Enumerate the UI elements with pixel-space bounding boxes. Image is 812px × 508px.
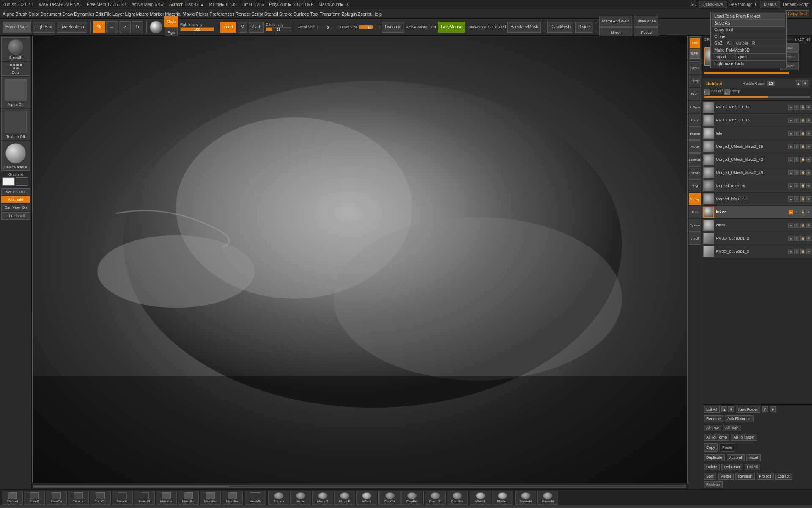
insert-btn[interactable]: Insert — [746, 454, 761, 461]
timeline-scrubber[interactable] — [33, 485, 686, 488]
m-button[interactable]: M — [238, 22, 247, 33]
dragon-render-viewport[interactable] — [32, 36, 688, 489]
dynamesh-button[interactable]: DynaMesh — [547, 22, 573, 33]
menu-draw[interactable]: Draw — [62, 11, 73, 17]
mesh-vis-icon-10[interactable]: ◎ — [794, 236, 799, 241]
project-btn[interactable]: Project — [757, 473, 774, 480]
mesh-eye-icon-8[interactable]: 👁 — [806, 210, 811, 215]
mesh-item-10[interactable]: PM3D_Cube3D1_2 ● ◎ 🔒 👁 — [702, 232, 812, 245]
mesh-lock-icon-5[interactable]: 🔒 — [800, 170, 805, 175]
list-up-btn[interactable]: ▲ — [721, 406, 727, 412]
menu-file[interactable]: File — [104, 11, 112, 17]
mesh-item-8[interactable]: krk27 ● ◎ 🔒 👁 — [702, 206, 812, 219]
mesh-vis-icon-9[interactable]: ◎ — [794, 223, 799, 228]
mesh-vis-icon-0[interactable]: ◎ — [794, 105, 799, 110]
draw-button[interactable]: ✎ — [93, 21, 105, 33]
mesh-select-icon-7[interactable]: ● — [788, 196, 793, 202]
draw-size-slider[interactable]: 64 — [359, 25, 380, 29]
copy-btn[interactable]: Copy — [704, 443, 718, 452]
menu-alpha[interactable]: Alpha — [3, 11, 14, 17]
extract-btn[interactable]: Extract — [775, 473, 792, 480]
split-btn[interactable]: Split — [704, 473, 716, 480]
bpr-button[interactable]: BPR — [690, 49, 700, 59]
menu-stencil[interactable]: Stencil — [264, 11, 278, 17]
alternate-btn[interactable]: Alternate — [1, 196, 30, 203]
mesh-lock-icon-4[interactable]: 🔒 — [800, 157, 805, 162]
menu-dynamics[interactable]: Dynamics — [74, 11, 94, 17]
list-down-btn[interactable]: ▼ — [728, 406, 734, 412]
subtool-up-arrow[interactable]: ▲ — [796, 80, 801, 86]
mesh-item-9[interactable]: krk28 ● ◎ 🔒 👁 — [702, 219, 812, 232]
bottom-movet[interactable]: Move T — [312, 491, 333, 505]
menu-macro[interactable]: Macro — [136, 11, 149, 17]
mesh-select-icon-8[interactable]: ● — [788, 210, 793, 215]
mesh-eye-icon-11[interactable]: 👁 — [806, 249, 811, 254]
append-btn[interactable]: Append — [727, 454, 745, 461]
cam-view-btn[interactable]: CamView On — [1, 204, 30, 211]
remesh-btn[interactable]: Remesh — [735, 473, 755, 480]
mesh-lock-icon-6[interactable]: 🔒 — [800, 183, 805, 188]
bottom-claybui[interactable]: ClayBui — [401, 491, 422, 505]
all-low-btn[interactable]: All Low — [704, 425, 721, 431]
mesh-select-icon-9[interactable]: ● — [788, 223, 793, 228]
all-to-target-btn[interactable]: All To Target — [731, 434, 757, 441]
mesh-eye-icon-7[interactable]: 👁 — [806, 196, 811, 202]
bottom-maskpe[interactable]: MaskPe — [222, 491, 243, 505]
scroll-button[interactable]: Scroll — [689, 61, 701, 74]
rotate-view-button[interactable]: RotaTe — [689, 166, 701, 179]
zsub-button[interactable]: Zsub — [249, 22, 264, 33]
timelapse-button[interactable]: TimeLapse — [634, 16, 658, 27]
ctx-copy-tool[interactable]: Copy Tool — [712, 27, 785, 33]
mesh-lock-icon-3[interactable]: 🔒 — [800, 144, 805, 149]
zoom-button[interactable]: Zoom — [689, 114, 701, 127]
persp-button[interactable]: Persp — [689, 75, 701, 87]
mesh-vis-icon-6[interactable]: ◎ — [794, 183, 799, 188]
bottom-snakeh1[interactable]: SnakeH — [515, 491, 536, 505]
ctx-import-export[interactable]: ImportExport — [712, 54, 785, 61]
lazy-mouse-button[interactable]: LazyMouse — [438, 22, 465, 33]
mesh-item-4[interactable]: Merged_UMesh_hlava2_42 ● ◎ 🔒 👁 — [702, 153, 812, 166]
texture-off-btn[interactable]: Texture Off — [1, 109, 30, 140]
menu-zscript[interactable]: Zscript — [357, 11, 371, 17]
duplicate-btn[interactable]: Duplicate — [704, 454, 725, 461]
menu-preferences[interactable]: Preferences — [209, 11, 234, 17]
mrgb-button[interactable]: Mrgb — [164, 16, 179, 27]
bottom-selectl[interactable]: SelectL — [112, 491, 133, 505]
bottom-inflate[interactable]: Inflate — [356, 491, 377, 505]
boolean-btn[interactable]: Boolean — [704, 481, 723, 488]
scale-button[interactable]: ⤢ — [119, 21, 131, 33]
merge-btn[interactable]: Merge — [718, 473, 734, 480]
switch-color-btn[interactable]: SwitchColor — [1, 188, 30, 195]
mesh-eye-icon-9[interactable]: 👁 — [806, 223, 811, 228]
menu-marker[interactable]: Marker — [150, 11, 164, 17]
menu-render[interactable]: Render — [236, 11, 251, 17]
bottom-flatten[interactable]: Flatten — [492, 491, 513, 505]
mesh-eye-icon-10[interactable]: 👁 — [806, 236, 811, 241]
menu-brush[interactable]: Brush — [15, 11, 27, 17]
mesh-vis-icon-5[interactable]: ◎ — [794, 170, 799, 175]
mesh-lock-icon-8[interactable]: 🔒 — [800, 210, 805, 215]
mesh-lock-icon-7[interactable]: 🔒 — [800, 196, 805, 202]
mesh-select-icon-6[interactable]: ● — [788, 183, 793, 188]
bottom-damstz[interactable]: DamStz — [447, 491, 468, 505]
mesh-item-5[interactable]: Merged_UMesh_hlava2_43 ● ◎ 🔒 👁 — [702, 166, 812, 179]
menu-surface[interactable]: Surface — [294, 11, 310, 17]
menu-edit[interactable]: Edit — [95, 11, 103, 17]
mesh-lock-icon-9[interactable]: 🔒 — [800, 223, 805, 228]
mesh-eye-icon-6[interactable]: 👁 — [806, 183, 811, 188]
thumbnail-btn[interactable]: Thumbnail — [1, 212, 30, 220]
bottom-meshpr[interactable]: MeshPr — [245, 491, 266, 505]
swatch-dark[interactable] — [16, 177, 28, 186]
bottom-slicer[interactable]: SliceR — [24, 491, 45, 505]
smooth-brush-btn[interactable]: Smooth — [1, 37, 30, 61]
basic-material-btn[interactable]: BasicMaterial — [1, 141, 30, 171]
bottom-maskke[interactable]: MaskKe — [200, 491, 221, 505]
transp-button[interactable]: Transp — [689, 193, 701, 205]
bottom-damst[interactable]: Dam_St — [425, 491, 446, 505]
menu-stroke[interactable]: Stroke — [279, 11, 293, 17]
dynamic-button[interactable]: Dynamic — [382, 22, 404, 33]
ctx-goz[interactable]: GoZAllVisibleR — [712, 40, 785, 47]
mesh-item-3[interactable]: Merged_UMesh_hlava2_29 ● ◎ 🔒 👁 — [702, 140, 812, 153]
copy-tool-topright[interactable]: Copy Tool — [785, 10, 809, 17]
ctx-make-polymesh[interactable]: Make PolyMesh3D — [712, 47, 785, 54]
